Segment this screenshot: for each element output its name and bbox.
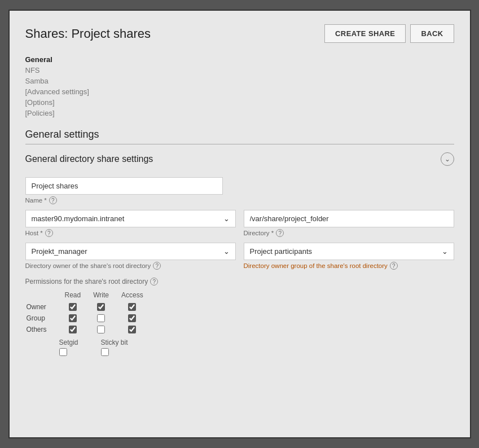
page-header: Shares: Project shares CREATE SHARE BACK [25,24,454,43]
group-chevron-icon: ⌄ [442,247,448,256]
group-help-icon: ? [390,262,398,270]
perm-group-label: Group [25,313,64,324]
perm-group-read-checkbox[interactable] [69,314,77,322]
host-help-icon: ? [45,229,53,237]
permissions-section: Permissions for the share's root directo… [25,278,454,356]
perm-owner-read-checkbox[interactable] [69,303,77,311]
perm-others-read-checkbox[interactable] [69,326,77,333]
host-directory-row: master90.mydomain.intranet ⌄ Host * ? Di… [25,210,454,237]
collapsible-header[interactable]: General directory share settings ⌄ [25,144,454,172]
owner-group-row: Projekt_manager ⌄ Directory owner of the… [25,243,454,270]
group-value: Project participants [250,247,313,256]
sticky-col: Sticky bit [101,339,128,356]
perm-others-write-checkbox[interactable] [97,326,105,333]
host-value: master90.mydomain.intranet [32,214,125,223]
perm-owner-write-cell [92,301,120,313]
group-select[interactable]: Project participants ⌄ [244,243,454,260]
perm-owner-access-cell [120,301,155,313]
owner-label: Directory owner of the share's root dire… [25,262,236,270]
permissions-label: Permissions for the share's root directo… [25,278,454,286]
group-label: Directory owner group of the share's roo… [244,262,454,270]
directory-label: Directory * ? [244,229,454,237]
perm-others-row: Others [25,324,155,335]
create-share-button[interactable]: CREATE SHARE [324,24,406,43]
page-title: Shares: Project shares [25,27,151,41]
directory-input[interactable] [244,210,454,227]
permissions-help-icon: ? [150,278,158,286]
name-input[interactable] [25,177,223,195]
owner-group: Projekt_manager ⌄ Directory owner of the… [25,243,236,270]
perm-others-label: Others [25,324,64,335]
host-group: master90.mydomain.intranet ⌄ Host * ? [25,210,236,237]
main-window: Shares: Project shares CREATE SHARE BACK… [8,10,471,438]
perm-owner-label: Owner [25,301,64,313]
col-access: Access [120,290,155,301]
owner-help-icon: ? [153,262,161,270]
sidebar-item-options[interactable]: [Options] [25,97,454,108]
col-label [25,290,64,301]
sidebar-item-samba[interactable]: Samba [25,76,454,86]
subsection-title: General directory share settings [25,154,153,164]
perm-group-access-checkbox[interactable] [128,314,136,322]
name-group: Name * ? [25,177,223,204]
general-settings-title: General settings [25,129,454,140]
group-group: Project participants ⌄ Directory owner g… [244,243,454,270]
header-buttons: CREATE SHARE BACK [324,24,454,43]
collapsible-section: General directory share settings ⌄ Name … [25,144,454,359]
owner-select[interactable]: Projekt_manager ⌄ [25,243,236,260]
perm-group-write-checkbox[interactable] [97,314,105,322]
sidebar-item-nfs[interactable]: NFS [25,65,454,76]
sidebar-item-policies[interactable]: [Policies] [25,108,454,118]
perm-group-row: Group [25,313,155,324]
collapse-icon[interactable]: ⌄ [441,152,454,166]
permissions-table: Read Write Access Owner [25,290,155,335]
directory-group: Directory * ? [244,210,454,237]
sidebar-item-advanced[interactable]: [Advanced settings] [25,86,454,97]
perm-owner-access-checkbox[interactable] [128,303,136,311]
host-label: Host * ? [25,229,236,237]
sticky-checkbox[interactable] [101,348,109,356]
perm-owner-write-checkbox[interactable] [97,303,105,311]
sidebar-nav: General NFS Samba [Advanced settings] [O… [25,54,454,118]
setgid-col: Setgid [59,339,78,356]
setgid-checkbox[interactable] [59,348,67,356]
host-select[interactable]: master90.mydomain.intranet ⌄ [25,210,236,227]
host-chevron-icon: ⌄ [223,214,230,223]
owner-value: Projekt_manager [32,247,87,256]
perm-group-write-cell [92,313,120,324]
name-help-icon: ? [49,196,57,204]
perm-group-read-cell [64,313,93,324]
perm-group-access-cell [120,313,155,324]
perm-others-access-checkbox[interactable] [128,326,136,333]
perm-others-read-cell [64,324,93,335]
directory-help-icon: ? [276,229,284,237]
perm-others-write-cell [92,324,120,335]
name-label: Name * ? [25,196,223,204]
sticky-label: Sticky bit [101,339,128,346]
col-write: Write [92,290,120,301]
back-button[interactable]: BACK [410,24,454,43]
setgid-sticky-area: Setgid Sticky bit [59,339,454,356]
form-body: Name * ? master90.mydomain.intranet ⌄ Ho… [25,172,454,359]
perm-others-access-cell [120,324,155,335]
sidebar-item-general[interactable]: General [25,54,454,65]
col-read: Read [64,290,93,301]
owner-chevron-icon: ⌄ [223,247,230,256]
name-row: Name * ? [25,177,454,204]
perm-owner-row: Owner [25,301,155,313]
perm-owner-read-cell [64,301,93,313]
setgid-label: Setgid [59,339,78,346]
